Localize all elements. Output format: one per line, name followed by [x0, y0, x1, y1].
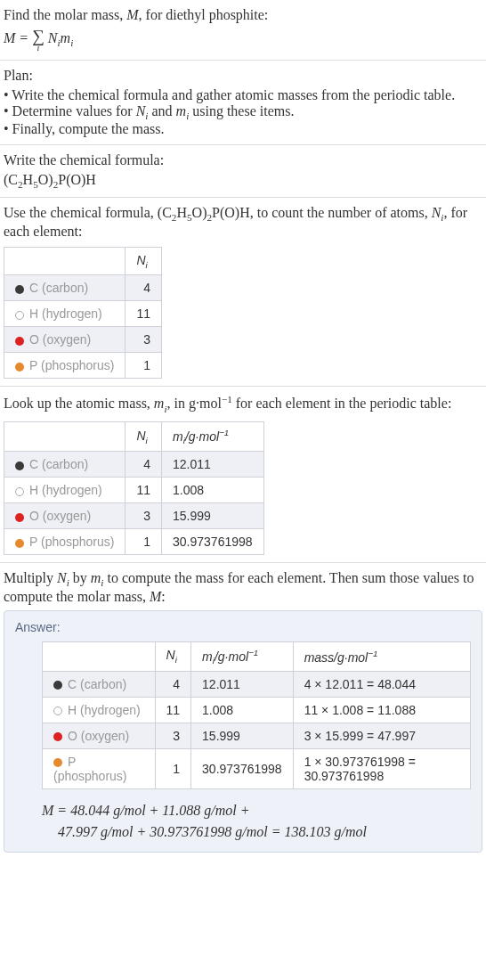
plan-list: Write the chemical formula and gather at…	[4, 87, 482, 137]
intro-line1b: , for diethyl phosphite:	[139, 7, 269, 22]
table-row: O (oxygen)315.9993 × 15.999 = 47.997	[43, 723, 471, 748]
carbon-dot-icon	[53, 681, 62, 690]
table-row: H (hydrogen)111.008	[4, 478, 264, 503]
answer-content: Ni mi/g·mol−1 mass/g·mol−1 C (carbon)412…	[15, 641, 471, 843]
plan-section: Plan: Write the chemical formula and gat…	[0, 61, 486, 145]
element-cell: C (carbon)	[43, 671, 156, 697]
plan-item: Write the chemical formula and gather at…	[4, 87, 482, 103]
mi-header: mi/g·mol−1	[162, 421, 264, 451]
answer-box: Answer: Ni mi/g·mol−1 mass/g·mol−1 C (ca…	[4, 610, 482, 853]
intro-section: Find the molar mass, M, for diethyl phos…	[0, 0, 486, 61]
plan-item: Determine values for Ni and mi using the…	[4, 103, 482, 121]
plan-title: Plan:	[4, 68, 482, 84]
oxygen-dot-icon	[15, 513, 24, 522]
intro-line1: Find the molar mass,	[4, 7, 126, 22]
table-row: P (phosphorus)130.9737619981 × 30.973761…	[43, 748, 471, 788]
element-cell: H (hydrogen)	[4, 478, 126, 503]
carbon-dot-icon	[15, 285, 24, 294]
answer-label: Answer:	[15, 620, 471, 634]
element-cell: O (oxygen)	[4, 327, 126, 353]
oxygen-dot-icon	[53, 732, 62, 741]
count-section: Use the chemical formula, (C2H5O)2P(O)H,…	[0, 198, 486, 387]
final-eq-line1: M = 48.044 g/mol + 11.088 g/mol +	[42, 800, 471, 821]
empty-header	[4, 247, 126, 275]
intro-text: Find the molar mass, M, for diethyl phos…	[4, 7, 482, 23]
element-cell: H (hydrogen)	[43, 697, 156, 723]
oxygen-dot-icon	[15, 337, 24, 346]
element-cell: C (carbon)	[4, 452, 126, 478]
ni-header: Ni	[126, 247, 162, 275]
mi-header: mi/g·mol−1	[191, 641, 294, 671]
final-equation: M = 48.044 g/mol + 11.088 g/mol + 47.997…	[42, 800, 471, 843]
eq-lhs: M =	[4, 30, 32, 45]
table-row: H (hydrogen)11	[4, 301, 162, 327]
mass-header: mass/g·mol−1	[293, 641, 470, 671]
element-cell: O (oxygen)	[43, 723, 156, 748]
empty-header	[4, 421, 126, 451]
element-cell: C (carbon)	[4, 275, 126, 301]
multiply-section: Multiply Ni by mi to compute the mass fo…	[0, 563, 486, 860]
n-value: 11	[126, 301, 162, 327]
carbon-dot-icon	[15, 461, 24, 470]
n-value: 1	[126, 353, 162, 379]
eq-N: N	[48, 30, 58, 45]
chem-formula: (C2H5O)2P(O)H	[4, 172, 482, 190]
table-header-row: Ni	[4, 247, 162, 275]
lookup-section: Look up the atomic mass, mi, in g·mol−1 …	[0, 387, 486, 563]
answer-table: Ni mi/g·mol−1 mass/g·mol−1 C (carbon)412…	[42, 641, 471, 789]
sum-symbol: ∑i	[32, 27, 45, 53]
hydrogen-dot-icon	[53, 706, 62, 715]
table-row: C (carbon)4	[4, 275, 162, 301]
element-cell: P (phosphorus)	[4, 353, 126, 379]
table-row: H (hydrogen)111.00811 × 1.008 = 11.088	[43, 697, 471, 723]
intro-M: M	[126, 7, 138, 22]
final-eq-line2: 47.997 g/mol + 30.973761998 g/mol = 138.…	[42, 821, 471, 843]
element-cell: P (phosphorus)	[4, 529, 126, 555]
phosphorus-dot-icon	[15, 539, 24, 548]
ni-header: Ni	[155, 641, 191, 671]
n-value: 3	[126, 327, 162, 353]
table-row: O (oxygen)3	[4, 327, 162, 353]
empty-header	[43, 641, 156, 671]
phosphorus-dot-icon	[15, 363, 24, 372]
count-text: Use the chemical formula, (C2H5O)2P(O)H,…	[4, 205, 482, 239]
table-row: C (carbon)412.0114 × 12.011 = 48.044	[43, 671, 471, 697]
element-cell: H (hydrogen)	[4, 301, 126, 327]
n-value: 4	[126, 275, 162, 301]
element-cell: O (oxygen)	[4, 503, 126, 529]
hydrogen-dot-icon	[15, 311, 24, 320]
eq-i2: i	[70, 37, 73, 48]
ni-header: Ni	[126, 421, 162, 451]
table-row: O (oxygen)315.999	[4, 503, 264, 529]
table-row: P (phosphorus)130.973761998	[4, 529, 264, 555]
lookup-text: Look up the atomic mass, mi, in g·mol−1 …	[4, 394, 482, 414]
multiply-text: Multiply Ni by mi to compute the mass fo…	[4, 570, 482, 604]
count-table: Ni C (carbon)4 H (hydrogen)11 O (oxygen)…	[4, 247, 162, 380]
plan-item: Finally, compute the mass.	[4, 121, 482, 137]
table-row: P (phosphorus)1	[4, 353, 162, 379]
chemical-formula-section: Write the chemical formula: (C2H5O)2P(O)…	[0, 145, 486, 198]
table-header-row: Ni mi/g·mol−1 mass/g·mol−1	[43, 641, 471, 671]
eq-m: m	[61, 30, 71, 45]
element-cell: P (phosphorus)	[43, 748, 156, 788]
table-row: C (carbon)412.011	[4, 452, 264, 478]
phosphorus-dot-icon	[53, 758, 62, 767]
hydrogen-dot-icon	[15, 487, 24, 496]
chem-title: Write the chemical formula:	[4, 152, 482, 168]
molar-mass-equation: M = ∑i Nimi	[4, 27, 482, 53]
table-header-row: Ni mi/g·mol−1	[4, 421, 264, 451]
lookup-table: Ni mi/g·mol−1 C (carbon)412.011 H (hydro…	[4, 421, 264, 555]
